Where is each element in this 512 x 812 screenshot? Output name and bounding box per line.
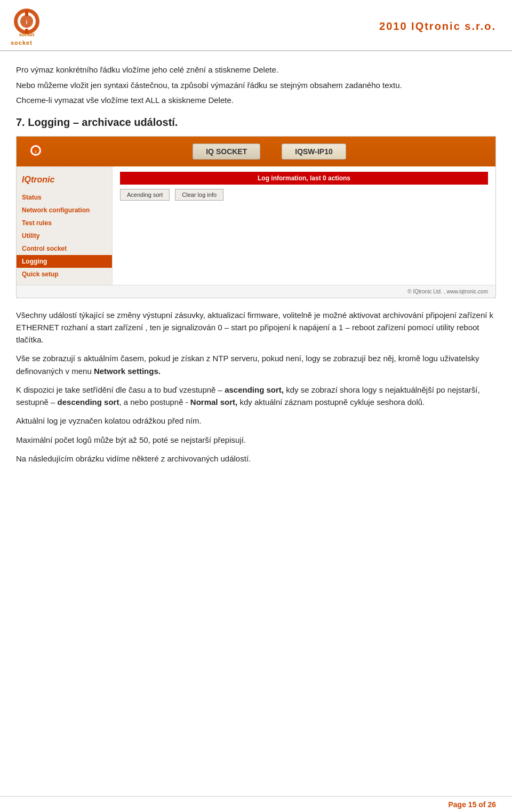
- intro-line1: Pro výmaz konkrétního řádku vložíme jeho…: [16, 64, 496, 76]
- screenshot-menu-quicksetup[interactable]: Quick setup: [17, 268, 112, 281]
- body-para2-prefix: Vše se zobrazují s aktuálním časem, poku…: [16, 354, 479, 375]
- screenshot-sidebar: IQtronic Status Network configuration Te…: [17, 166, 113, 285]
- screenshot-footer: © IQtronic Ltd. , www.iqtronic.com: [17, 285, 495, 298]
- screenshot-log-header: Log information, last 0 actions: [120, 172, 488, 185]
- screenshot-sidebar-logo: IQtronic: [17, 171, 112, 191]
- intro-line2: Nebo můžeme vložit jen syntaxi částečnou…: [16, 79, 496, 92]
- screenshot-container: i IQ SOCKET IQSW-IP10 IQtronic Status Ne…: [16, 136, 496, 298]
- screenshot-menu-test[interactable]: Test rules: [17, 217, 112, 229]
- screenshot-menu-network[interactable]: Network configuration: [17, 204, 112, 217]
- svg-text:i: i: [26, 19, 28, 25]
- screenshot-header-bar: i IQ SOCKET IQSW-IP10: [17, 137, 495, 166]
- body-para3-mid2: , a nebo postupně -: [119, 397, 190, 407]
- body-para4: Aktuální log je vyznačen kolatou odrážko…: [16, 415, 496, 427]
- body-para2-bold: Network settings.: [94, 367, 161, 376]
- screenshot-menu-control[interactable]: Control socket: [17, 242, 112, 255]
- section-heading: 7. Logging – archivace událostí.: [16, 116, 496, 129]
- screenshot-tab2[interactable]: IQSW-IP10: [282, 144, 346, 160]
- body-para3-end: kdy aktuální záznam postupně cykluje ses…: [237, 397, 425, 407]
- company-name: 2010 IQtronic s.r.o.: [379, 20, 496, 33]
- screenshot-logo-icon: i: [25, 141, 46, 162]
- body-para2: Vše se zobrazují s aktuálním časem, poku…: [16, 352, 496, 377]
- screenshot-log-area: [120, 206, 488, 249]
- body-para3-bold3: Normal sort,: [190, 397, 237, 407]
- screenshot-tab1[interactable]: IQ SOCKET: [193, 144, 260, 160]
- screenshot-ascending-sort-button[interactable]: Acending sort: [120, 189, 170, 201]
- screenshot-body: IQtronic Status Network configuration Te…: [17, 166, 495, 285]
- intro-line3: Chceme-li vymazat vše vložíme text ALL a…: [16, 94, 496, 107]
- svg-rect-3: [25, 11, 28, 16]
- body-para3-prefix: K dispozici je take setřídění dle času a…: [16, 385, 225, 394]
- page-number: Page 15 of 26: [449, 800, 497, 809]
- page-header: i socket socket 2010 IQtronic s.r.o.: [0, 0, 512, 51]
- body-para3-bold2: descending sort: [58, 397, 119, 407]
- screenshot-menu-utility[interactable]: Utility: [17, 229, 112, 242]
- main-content: Pro výmaz konkrétního řádku vložíme jeho…: [0, 51, 512, 514]
- screenshot-clear-log-button[interactable]: Clear log info: [175, 189, 223, 201]
- logo-text: socket: [11, 39, 33, 46]
- svg-text:socket: socket: [19, 32, 35, 37]
- body-para6: Na následujícím obrázku vidíme některé z…: [16, 452, 496, 465]
- screenshot-nav-tabs: IQ SOCKET IQSW-IP10: [52, 144, 487, 160]
- body-para1: Všechny událostí týkající se změny výstu…: [16, 309, 496, 346]
- screenshot-button-row: Acending sort Clear log info: [120, 189, 488, 201]
- iq-socket-logo-icon: i socket: [11, 6, 43, 38]
- page-footer: Page 15 of 26: [0, 796, 512, 812]
- screenshot-iqtronic-logo: IQtronic: [22, 175, 54, 185]
- screenshot-menu-logging[interactable]: Logging: [17, 255, 112, 268]
- body-para3: K dispozici je take setřídění dle času a…: [16, 384, 496, 409]
- logo-area: i socket socket: [11, 6, 43, 46]
- screenshot-logo-area: i: [25, 141, 52, 162]
- screenshot-menu-status[interactable]: Status: [17, 191, 112, 204]
- body-para3-bold1: ascending sort,: [225, 385, 284, 394]
- body-para5: Maximální počet logů může být až 50, pot…: [16, 434, 496, 446]
- screenshot-main-area: Log information, last 0 actions Acending…: [113, 166, 495, 285]
- svg-text:i: i: [35, 149, 36, 154]
